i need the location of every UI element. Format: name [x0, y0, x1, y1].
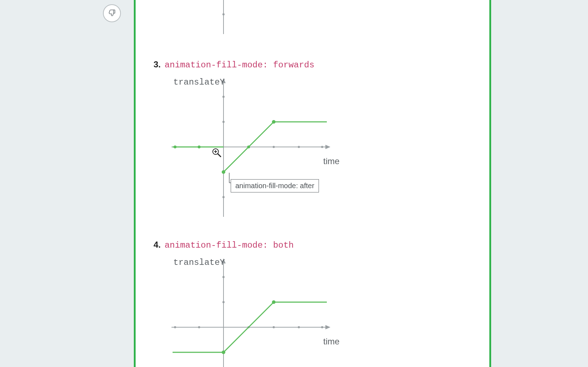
svg-point-51	[273, 326, 275, 328]
svg-point-45	[222, 301, 225, 303]
section-4-heading: 4. animation-fill-mode: both	[154, 240, 294, 250]
chart4-x-label: time	[323, 337, 339, 347]
section-3-code: animation-fill-mode: forwards	[165, 60, 315, 70]
svg-point-28	[298, 146, 300, 148]
svg-point-52	[298, 326, 300, 328]
chart-section-4[interactable]: translateY time	[170, 256, 335, 367]
svg-point-48	[174, 326, 176, 328]
feedback-button[interactable]	[103, 4, 121, 22]
chart3-x-label: time	[323, 156, 339, 166]
svg-point-32	[198, 146, 201, 148]
svg-point-29	[321, 146, 323, 148]
section-4-code: animation-fill-mode: both	[165, 240, 294, 250]
chart4-y-label: translateY	[173, 258, 225, 267]
svg-point-20	[222, 96, 225, 98]
chart-section-2-fragment[interactable]	[170, 0, 335, 38]
svg-point-6	[222, 13, 225, 15]
svg-point-21	[222, 121, 225, 123]
section-3-heading: 3. animation-fill-mode: forwards	[154, 59, 314, 70]
svg-marker-19	[325, 145, 330, 149]
content-panel: 3. animation-fill-mode: forwards	[134, 0, 491, 367]
section-3-number: 3.	[154, 59, 161, 69]
chart3-y-label: translateY	[173, 77, 225, 87]
svg-point-49	[198, 326, 200, 328]
thumbs-down-icon	[108, 9, 116, 18]
svg-point-31	[174, 146, 177, 148]
chart-section-3[interactable]: translateY time animation-fill-mode: aft…	[170, 75, 335, 220]
svg-marker-43	[325, 325, 330, 329]
svg-point-23	[222, 196, 225, 198]
svg-point-53	[321, 326, 323, 328]
svg-point-27	[273, 146, 275, 148]
section-4-number: 4.	[154, 240, 161, 249]
svg-point-44	[222, 276, 225, 278]
chart3-annotation: animation-fill-mode: after	[231, 179, 319, 192]
svg-point-35	[247, 146, 250, 148]
